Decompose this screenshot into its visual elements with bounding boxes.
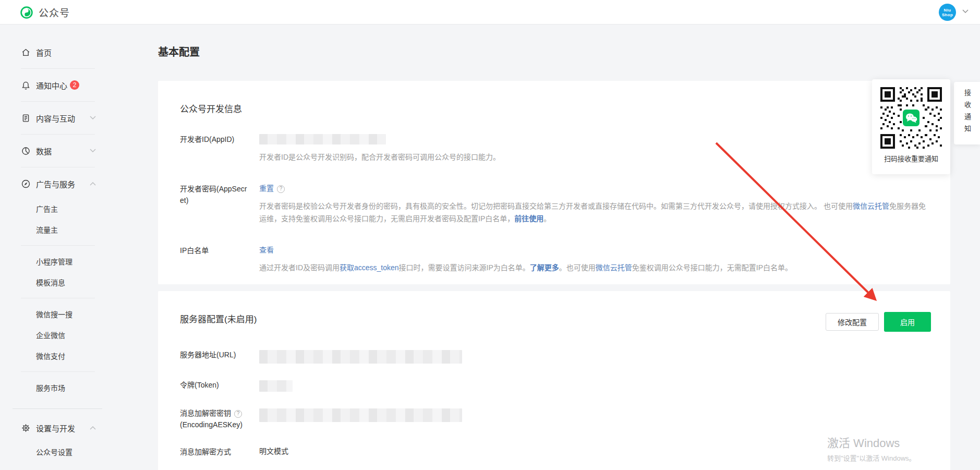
sidebar-subitem-label: 微信搜一搜 [36, 309, 72, 319]
help-icon[interactable]: ? [234, 410, 242, 418]
sidebar-divider [21, 245, 95, 246]
sidebar-item-settings-dev[interactable]: 设置与开发 [0, 419, 114, 436]
bell-icon [21, 80, 31, 90]
sidebar-subitem-service-market[interactable]: 服务市场 [0, 377, 114, 398]
get-access-token-link[interactable]: 获取access_token [340, 263, 399, 272]
windows-activation-watermark: 激活 Windows 转到"设置"以激活 Windows。 [827, 433, 916, 463]
sidebar-subitem-template-msg[interactable]: 模板消息 [0, 272, 114, 293]
wechat-mp-admin: 公众号 Niu Shop 首页 [0, 0, 980, 470]
qr-caption: 扫码接收重要通知 [872, 153, 950, 163]
chevron-up-icon [90, 182, 96, 186]
watermark-line1: 激活 Windows [827, 433, 916, 450]
appsecret-description: 开发者密码是校验公众号开发者身份的密码，具有极高的安全性。切记勿把密码直接交给第… [259, 200, 928, 225]
section-title-dev-info: 公众号开发信息 [158, 81, 950, 115]
sidebar-group-divider [13, 408, 102, 409]
sidebar-subitem-miniprogram[interactable]: 小程序管理 [0, 251, 114, 272]
appid-redacted-value [259, 134, 386, 144]
sidebar-item-label: 通知中心 [36, 80, 67, 91]
chevron-up-icon [90, 426, 96, 430]
ip-whitelist-row: IP白名单 查看 通过开发者ID及密码调用获取access_token接口时，需… [180, 245, 928, 274]
page-title: 基本配置 [158, 44, 200, 59]
sidebar-item-label: 广告与服务 [36, 178, 75, 189]
sidebar-subitem-traffic[interactable]: 流量主 [0, 219, 114, 240]
token-redacted-value [259, 380, 293, 392]
gear-icon [21, 423, 31, 433]
sidebar: 首页 通知中心 2 内容与互动 [0, 25, 114, 470]
sidebar-subitem-wepay[interactable]: 微信支付 [0, 345, 114, 366]
ip-whitelist-label: IP白名单 [180, 245, 259, 274]
desc-text: 免鉴权调用公众号接口能力，无需配置IP白名单。 [632, 263, 792, 272]
sidebar-subitem-label: 广告主 [36, 203, 58, 214]
token-row: 令牌(Token) [180, 379, 928, 392]
server-url-row: 服务器地址(URL) [180, 349, 928, 364]
sidebar-item-label: 首页 [36, 47, 52, 58]
sidebar-subitem-search[interactable]: 微信搜一搜 [0, 304, 114, 324]
notification-count-badge: 2 [70, 80, 79, 90]
aes-key-label-text: 消息加解密密钥 [180, 409, 231, 417]
pie-chart-icon [21, 146, 31, 156]
sidebar-divider [21, 101, 95, 102]
sidebar-subitem-label: 小程序管理 [36, 256, 72, 267]
aes-key-label: 消息加解密密钥? (EncodingAESKey) [180, 407, 259, 430]
ip-whitelist-description: 通过开发者ID及密码调用获取access_token接口时，需要设置访问来源IP… [259, 261, 928, 274]
sidebar-subitem-label: 服务市场 [36, 382, 65, 393]
appid-label: 开发者ID(AppID) [180, 134, 259, 163]
brand-name: 公众号 [39, 5, 70, 19]
sidebar-subitem-label: 流量主 [36, 224, 58, 235]
document-icon [21, 113, 31, 123]
top-bar: 公众号 Niu Shop [0, 0, 980, 25]
aes-key-row: 消息加解密密钥? (EncodingAESKey) [180, 407, 928, 430]
go-use-link[interactable]: 前往使用 [514, 214, 543, 223]
avatar-text: Niu [944, 8, 951, 13]
qr-notice-panel: 扫码接收重要通知 [872, 79, 950, 174]
brand[interactable]: 公众号 [20, 5, 70, 19]
chevron-down-icon [90, 116, 96, 120]
encrypt-mode-label: 消息加解密方式 [180, 446, 259, 457]
sidebar-item-label: 设置与开发 [36, 423, 75, 433]
sidebar-item-notifications[interactable]: 通知中心 2 [0, 77, 114, 93]
appsecret-actions: 重置? [259, 183, 928, 194]
desc-text: 开发者密码是校验公众号开发者身份的密码，具有极高的安全性。切记勿把密码直接交给第… [259, 202, 853, 210]
account-menu-chevron-down-icon[interactable] [962, 9, 969, 14]
sidebar-divider [21, 134, 95, 135]
avatar-text: Shop [942, 13, 953, 17]
sidebar-divider [21, 371, 95, 372]
receive-notifications-tab[interactable]: 接收通知 [954, 82, 980, 144]
sidebar-item-label: 内容与互动 [36, 113, 75, 124]
sidebar-divider [21, 298, 95, 298]
account-avatar[interactable]: Niu Shop [939, 4, 956, 21]
desc-text: 接口时，需要设置访问来源IP为白名单。 [399, 263, 530, 272]
view-ip-whitelist-link[interactable]: 查看 [259, 246, 274, 254]
chevron-down-icon [90, 149, 96, 153]
sidebar-subitem-wecom[interactable]: 企业微信 [0, 324, 114, 345]
sidebar-divider [21, 68, 95, 69]
wechat-cloud-link[interactable]: 微信云托管 [853, 202, 889, 210]
sidebar-item-home[interactable]: 首页 [0, 44, 114, 61]
wechat-logo-icon [902, 109, 921, 127]
sidebar-subitem-label: 模板消息 [36, 277, 65, 287]
ip-whitelist-actions: 查看 [259, 245, 928, 255]
sidebar-item-content[interactable]: 内容与互动 [0, 110, 114, 126]
aes-key-redacted-value [259, 408, 462, 422]
sidebar-subitem-account-settings[interactable]: 公众号设置 [0, 441, 114, 462]
qr-code [880, 87, 942, 149]
modify-config-button[interactable]: 修改配置 [826, 313, 879, 331]
sidebar-subitem-label: 微信支付 [36, 351, 65, 361]
help-icon[interactable]: ? [277, 185, 285, 193]
sidebar-item-ads-services[interactable]: 广告与服务 [0, 175, 114, 192]
desc-text: 。也可使用 [559, 263, 596, 272]
server-url-redacted-value [259, 350, 462, 364]
sidebar-item-label: 数据 [36, 146, 52, 156]
reset-appsecret-link[interactable]: 重置 [259, 184, 274, 192]
appid-description: 开发者ID是公众号开发识别码，配合开发者密码可调用公众号的接口能力。 [259, 151, 928, 163]
home-icon [21, 47, 31, 57]
desc-text: 通过开发者ID及密码调用 [259, 263, 340, 272]
sidebar-item-data[interactable]: 数据 [0, 142, 114, 159]
encrypt-mode-row: 消息加解密方式 明文模式 [180, 446, 928, 457]
sidebar-subitem-advertiser[interactable]: 广告主 [0, 198, 114, 219]
enable-button[interactable]: 启用 [884, 312, 931, 332]
wechat-cloud-link[interactable]: 微信云托管 [596, 263, 632, 272]
learn-more-link[interactable]: 了解更多 [530, 263, 559, 272]
desc-text: 。 [543, 214, 551, 223]
sidebar-subitem-label: 企业微信 [36, 330, 65, 340]
